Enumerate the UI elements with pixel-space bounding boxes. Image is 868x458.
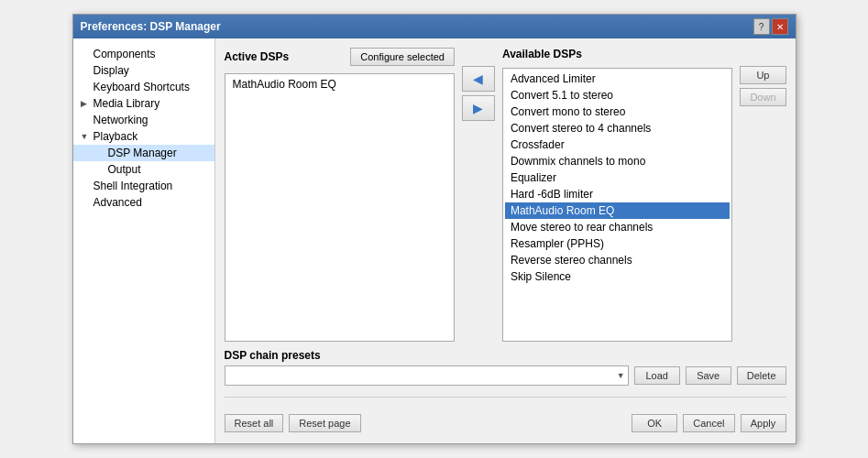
reset-all-button[interactable]: Reset all: [225, 414, 284, 432]
sidebar-label-networking: Networking: [93, 114, 148, 126]
sidebar-label-output: Output: [108, 163, 141, 176]
available-dsps-header: Available DSPs: [502, 48, 732, 60]
footer-right-buttons: OK Cancel Apply: [632, 414, 786, 432]
titlebar: Preferences: DSP Manager ? ✕: [73, 15, 796, 38]
up-button[interactable]: Up: [740, 66, 786, 84]
load-button[interactable]: Load: [634, 366, 680, 385]
reset-page-button[interactable]: Reset page: [289, 414, 360, 432]
available-dsp-item-convert-stereo-4[interactable]: Convert stereo to 4 channels: [505, 120, 730, 136]
sidebar-label-keyboard-shortcuts: Keyboard Shortcuts: [93, 81, 190, 93]
active-dsps-title: Active DSPs: [225, 50, 290, 63]
save-button[interactable]: Save: [686, 366, 731, 385]
available-dsps-title: Available DSPs: [502, 48, 582, 60]
sidebar-label-playback: Playback: [93, 130, 138, 143]
active-dsps-list[interactable]: MathAudio Room EQ: [225, 73, 455, 342]
available-dsp-item-convert-51-stereo[interactable]: Convert 5.1 to stereo: [505, 87, 730, 104]
configure-selected-button[interactable]: Configure selected: [350, 48, 455, 66]
available-dsp-item-skip-silence[interactable]: Skip Silence: [505, 268, 730, 285]
close-button[interactable]: ✕: [772, 18, 788, 35]
sidebar-item-components[interactable]: Components: [73, 46, 214, 62]
help-button[interactable]: ?: [753, 18, 770, 35]
move-right-button[interactable]: ▶: [462, 95, 495, 121]
right-panel: Active DSPs Configure selected MathAudio…: [215, 38, 796, 443]
apply-button[interactable]: Apply: [741, 414, 786, 432]
sidebar-label-media-library: Media Library: [93, 97, 160, 110]
sidebar-item-dsp-manager[interactable]: DSP Manager: [73, 145, 214, 161]
cancel-button[interactable]: Cancel: [683, 414, 734, 432]
chain-presets-label: DSP chain presets: [225, 349, 786, 362]
available-dsp-item-equalizer[interactable]: Equalizer: [505, 169, 730, 186]
sidebar-label-display: Display: [93, 64, 129, 77]
updown-buttons: Up Down: [740, 48, 786, 342]
sidebar-item-advanced[interactable]: Advanced: [73, 194, 214, 211]
preferences-window: Preferences: DSP Manager ? ✕ ComponentsD…: [72, 14, 797, 444]
chain-presets-row: Load Save Delete: [225, 365, 786, 386]
toggle-icon-playback: ▼: [81, 132, 92, 141]
available-dsp-item-convert-mono-stereo[interactable]: Convert mono to stereo: [505, 104, 730, 120]
main-content: ComponentsDisplayKeyboard Shortcuts▶ Med…: [73, 38, 796, 443]
window-title: Preferences: DSP Manager: [81, 20, 221, 33]
sidebar-item-media-library[interactable]: ▶ Media Library: [73, 95, 214, 112]
footer-left-buttons: Reset all Reset page: [225, 414, 361, 432]
dsp-section: Active DSPs Configure selected MathAudio…: [225, 48, 786, 342]
available-dsps-panel: Available DSPs Advanced LimiterConvert 5…: [502, 48, 732, 342]
chain-preset-select-wrapper: [225, 365, 629, 386]
sidebar-item-networking[interactable]: Networking: [73, 112, 214, 128]
sidebar-label-advanced: Advanced: [93, 196, 142, 209]
sidebar-label-dsp-manager: DSP Manager: [108, 147, 177, 159]
ok-button[interactable]: OK: [632, 414, 677, 432]
available-dsp-item-reverse-stereo[interactable]: Reverse stereo channels: [505, 252, 730, 268]
down-button[interactable]: Down: [740, 88, 786, 106]
available-dsp-item-advanced-limiter[interactable]: Advanced Limiter: [505, 71, 730, 87]
footer-buttons: Reset all Reset page OK Cancel Apply: [225, 409, 786, 434]
sidebar-label-components: Components: [93, 48, 156, 60]
available-dsp-item-move-stereo-rear[interactable]: Move stereo to rear channels: [505, 219, 730, 235]
available-dsp-item-mathaudio-room-eq[interactable]: MathAudio Room EQ: [505, 202, 730, 219]
titlebar-buttons: ? ✕: [753, 18, 788, 35]
available-dsps-list[interactable]: Advanced LimiterConvert 5.1 to stereoCon…: [502, 68, 732, 342]
available-dsp-item-downmix[interactable]: Downmix channels to mono: [505, 153, 730, 169]
sidebar: ComponentsDisplayKeyboard Shortcuts▶ Med…: [73, 38, 215, 443]
available-dsp-item-crossfader[interactable]: Crossfader: [505, 136, 730, 153]
available-dsp-item-resampler[interactable]: Resampler (PPHS): [505, 235, 730, 252]
sidebar-label-shell-integration: Shell Integration: [93, 180, 173, 192]
sidebar-item-display[interactable]: Display: [73, 62, 214, 79]
sidebar-item-output[interactable]: Output: [73, 161, 214, 178]
move-left-button[interactable]: ◀: [462, 66, 495, 92]
active-dsp-item-mathaudio-room-eq-active[interactable]: MathAudio Room EQ: [227, 76, 452, 93]
chain-presets-section: DSP chain presets Load Save Delete: [225, 349, 786, 386]
delete-button[interactable]: Delete: [737, 366, 786, 385]
active-dsps-header: Active DSPs Configure selected: [225, 48, 455, 66]
sidebar-item-keyboard-shortcuts[interactable]: Keyboard Shortcuts: [73, 79, 214, 95]
chain-preset-select[interactable]: [225, 365, 629, 386]
available-dsp-item-hard-6db[interactable]: Hard -6dB limiter: [505, 186, 730, 202]
arrow-buttons: ◀ ▶: [462, 48, 495, 342]
active-dsps-panel: Active DSPs Configure selected MathAudio…: [225, 48, 455, 342]
footer-separator: [225, 397, 786, 398]
toggle-icon-media-library: ▶: [81, 99, 92, 108]
sidebar-item-playback[interactable]: ▼ Playback: [73, 128, 214, 145]
sidebar-item-shell-integration[interactable]: Shell Integration: [73, 178, 214, 194]
